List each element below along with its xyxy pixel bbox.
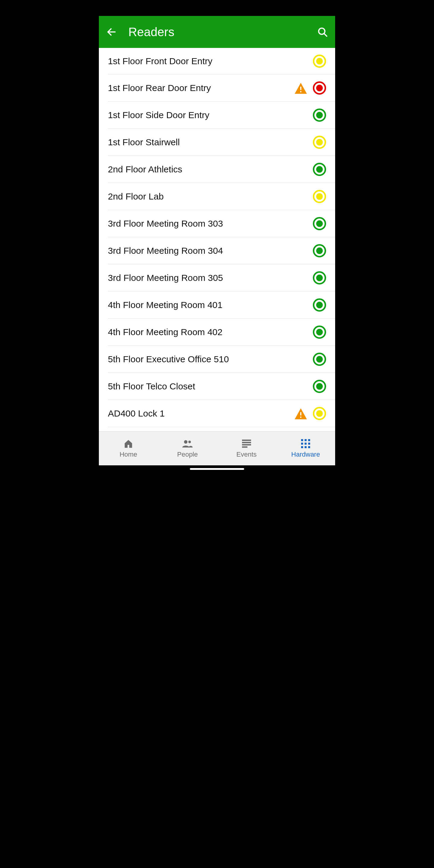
svg-rect-11	[242, 444, 251, 446]
grid-icon	[301, 438, 310, 449]
status-indicator-green	[313, 108, 326, 122]
warning-icon	[294, 82, 307, 95]
reader-name: 4th Floor Meeting Room 402	[108, 327, 313, 337]
svg-point-7	[184, 440, 187, 444]
reader-row[interactable]: 4th Floor Meeting Room 401	[108, 291, 335, 318]
status-indicator-red	[313, 82, 326, 95]
reader-row[interactable]: 2nd Floor Athletics	[108, 156, 335, 183]
reader-name: 1st Floor Rear Door Entry	[108, 83, 294, 93]
reader-row[interactable]: AD400 Lock 1	[108, 400, 335, 427]
reader-row[interactable]: 2nd Floor Lab	[108, 183, 335, 210]
reader-row[interactable]: 3rd Floor Meeting Room 305	[108, 264, 335, 291]
svg-rect-5	[300, 412, 301, 415]
home-icon	[123, 439, 133, 448]
tab-people[interactable]: People	[158, 432, 217, 465]
status-indicator-green	[313, 244, 326, 257]
status-indicator-green	[313, 380, 326, 393]
home-indicator[interactable]	[190, 468, 244, 470]
bottom-nav: HomePeopleEventsHardware	[99, 431, 335, 465]
reader-status-icons	[294, 82, 326, 95]
reader-status-icons	[294, 407, 326, 420]
svg-rect-14	[305, 439, 307, 441]
reader-name: 3rd Floor Meeting Room 303	[108, 218, 313, 229]
reader-status-icons	[313, 352, 326, 366]
reader-status-icons	[313, 190, 326, 203]
reader-row[interactable]: 3rd Floor Meeting Room 304	[108, 237, 335, 264]
tab-hardware[interactable]: Hardware	[276, 432, 335, 465]
app-bar: Readers	[99, 16, 335, 48]
warning-icon	[294, 407, 307, 420]
status-indicator-green	[313, 326, 326, 339]
status-indicator-yellow	[313, 55, 326, 68]
svg-rect-4	[300, 91, 301, 92]
tab-home[interactable]: Home	[99, 432, 158, 465]
reader-row[interactable]: 1st Floor Front Door Entry	[108, 48, 335, 74]
reader-status-icons	[313, 55, 326, 68]
reader-row[interactable]: 1st Floor Side Door Entry	[108, 101, 335, 129]
reader-name: 4th Floor Meeting Room 401	[108, 300, 313, 310]
search-button[interactable]	[314, 24, 331, 40]
reader-status-icons	[313, 326, 326, 339]
reader-row[interactable]: 3rd Floor Meeting Room 303	[108, 210, 335, 237]
svg-rect-6	[300, 416, 301, 418]
app-screen: Readers 1st Floor Front Door Entry1st Fl…	[99, 0, 335, 472]
reader-status-icons	[313, 217, 326, 230]
tab-events[interactable]: Events	[217, 432, 276, 465]
svg-rect-17	[305, 443, 307, 445]
warning-icon	[294, 407, 307, 420]
svg-rect-9	[242, 440, 251, 441]
home-icon	[123, 438, 133, 449]
arrow-left-icon	[106, 27, 117, 37]
reader-name: 2nd Floor Lab	[108, 191, 313, 202]
reader-name: AD400 Lock 1	[108, 408, 294, 418]
reader-row[interactable]: 1st Floor Rear Door Entry	[108, 74, 335, 101]
status-indicator-green	[313, 271, 326, 284]
svg-rect-15	[308, 439, 310, 441]
svg-line-2	[324, 33, 327, 36]
svg-point-8	[188, 441, 191, 443]
tab-label: People	[177, 451, 198, 458]
reader-row[interactable]: 5th Floor Telco Closet	[108, 373, 335, 400]
reader-status-icons	[313, 135, 326, 149]
warning-icon	[294, 82, 307, 95]
reader-name: 5th Floor Telco Closet	[108, 381, 313, 392]
reader-status-icons	[313, 380, 326, 393]
tab-label: Events	[236, 451, 256, 458]
reader-status-icons	[313, 244, 326, 257]
svg-rect-3	[300, 87, 301, 90]
status-indicator-green	[313, 299, 326, 312]
svg-rect-16	[301, 443, 303, 445]
reader-status-icons	[313, 271, 326, 284]
reader-name: 3rd Floor Meeting Room 305	[108, 273, 313, 283]
reader-name: 1st Floor Side Door Entry	[108, 110, 313, 120]
reader-row[interactable]: 1st Floor Stairwell	[108, 129, 335, 156]
svg-rect-18	[308, 443, 310, 445]
reader-status-icons	[313, 108, 326, 122]
svg-rect-20	[305, 446, 307, 448]
grid-icon	[301, 439, 310, 448]
reader-name: 1st Floor Stairwell	[108, 137, 313, 147]
status-indicator-yellow	[313, 407, 326, 420]
readers-list[interactable]: 1st Floor Front Door Entry1st Floor Rear…	[99, 48, 335, 431]
reader-row[interactable]: 5th Floor Executive Office 510	[108, 346, 335, 373]
events-icon	[242, 439, 251, 448]
people-icon	[181, 439, 193, 448]
reader-name: 5th Floor Executive Office 510	[108, 354, 313, 364]
status-indicator-yellow	[313, 190, 326, 203]
tab-label: Hardware	[291, 451, 320, 458]
people-icon	[181, 438, 193, 449]
status-indicator-yellow	[313, 135, 326, 149]
svg-rect-21	[308, 446, 310, 448]
reader-name: 1st Floor Front Door Entry	[108, 56, 313, 66]
reader-name: 3rd Floor Meeting Room 304	[108, 246, 313, 256]
back-button[interactable]	[103, 24, 120, 40]
reader-status-icons	[313, 163, 326, 176]
system-gesture-bar	[99, 465, 335, 472]
system-status-bar	[99, 0, 335, 16]
svg-rect-13	[301, 439, 303, 441]
tab-label: Home	[120, 451, 137, 458]
page-title: Readers	[128, 25, 314, 39]
events-icon	[242, 438, 251, 449]
reader-row[interactable]: 4th Floor Meeting Room 402	[108, 318, 335, 346]
reader-name: 2nd Floor Athletics	[108, 164, 313, 175]
